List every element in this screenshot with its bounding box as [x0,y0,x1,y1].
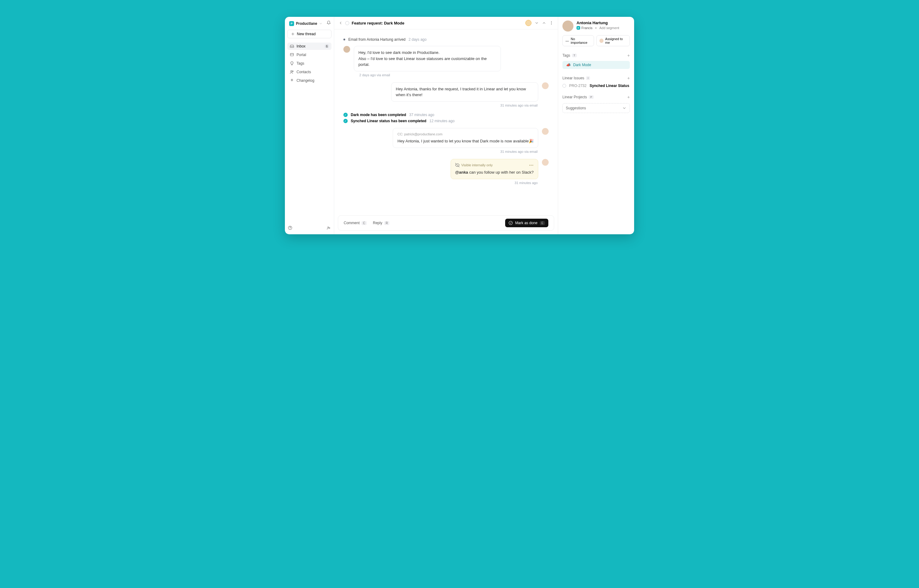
section-label: Linear Issues [562,76,584,80]
inbox-icon [290,44,294,48]
avatar-icon [599,39,604,43]
cc-line: CC: patrick@productlane.com [397,132,534,137]
bulb-icon [290,61,294,66]
bell-icon[interactable] [326,21,331,25]
suggestions-label: Suggestions [566,106,586,110]
company-name: Francis [581,26,593,30]
mark-done-button[interactable]: Mark as done E [505,219,548,227]
message-line: can you follow up with her on Slack? [468,170,534,174]
completion-text: Synched Linear status has been completed [351,119,426,123]
agent-avatar [542,159,549,166]
pill-label: Assigned to me [605,37,627,44]
comment-tab[interactable]: Comment C [344,221,367,225]
check-icon: ✓ [343,119,348,123]
internal-note: Visible internally only ••• @anka can yo… [451,159,538,179]
help-icon[interactable] [288,226,292,230]
agent-avatar [542,128,549,135]
workspace-name: Productlane [296,21,317,26]
status-circle-icon[interactable] [345,21,349,25]
plus-icon: + [595,26,597,30]
contact-name: Antonia Hartung [577,21,619,25]
eye-off-icon [455,163,460,167]
svg-point-10 [551,21,551,22]
internal-badge: Visible internally only [461,163,493,168]
svg-point-13 [509,221,512,225]
new-thread-button[interactable]: New thread [287,30,331,38]
sidebar: P Productlane New thread Inbox 6 Portal … [285,17,334,234]
kbd: T [572,53,577,57]
agent-avatar [542,82,549,89]
svg-point-9 [329,228,330,229]
nav-label: Inbox [297,44,305,48]
tag-chip[interactable]: 📣 Dark Mode [562,61,630,69]
sidebar-item-inbox[interactable]: Inbox 6 [287,42,331,50]
sidebar-item-contacts[interactable]: Contacts [287,68,331,76]
company-chip[interactable]: FFrancis [577,26,593,30]
workspace-logo: P [289,21,294,26]
add-issue-button[interactable]: + [627,76,630,81]
assignee-avatar[interactable] [525,20,531,26]
linear-issue-row[interactable]: PRO-2732 Synched Linear Status [562,84,630,88]
inbox-count: 6 [325,44,329,48]
sidebar-item-changelog[interactable]: Changelog [287,77,331,84]
nav-label: Portal [297,53,306,57]
completion-text: Dark mode has been completed [351,113,406,117]
portal-icon [290,53,294,57]
team-icon[interactable] [326,226,331,230]
minus-icon: — [565,39,569,42]
note-more-icon[interactable]: ••• [529,163,534,168]
assigned-pill[interactable]: Assigned to me [596,35,630,46]
pill-label: No importance [571,37,591,44]
issue-status-icon [562,84,566,87]
tab-label: Reply [373,221,382,225]
svg-rect-2 [291,53,294,56]
thread-title: Feature request: Dark Mode [352,21,404,26]
main-column: Feature request: Dark Mode Email from An… [334,17,558,234]
sidebar-item-tags[interactable]: Tags [287,60,331,67]
message-meta: 2 days ago via email [359,73,549,77]
add-segment[interactable]: Add segment [599,26,619,30]
kbd: P [589,95,594,99]
chevron-down-icon[interactable] [535,21,539,25]
message-meta: 31 minutes ago via email [343,150,538,153]
completion-ts: 37 minutes ago [409,113,434,117]
add-project-button[interactable]: + [627,95,630,100]
message-bubble: Hey, I'd love to see dark mode in Produc… [354,46,501,71]
nav-label: Tags [297,61,304,66]
add-tag-button[interactable]: + [627,53,630,58]
contact-avatar [343,46,350,53]
message-line: Hey Antonia, I just wanted to let you kn… [397,139,534,143]
dot-icon [343,39,345,40]
mention[interactable]: @anka [455,170,468,174]
plus-icon [291,32,295,36]
section-label: Tags [562,53,570,58]
new-thread-label: New thread [297,32,315,36]
message-bubble: Hey Antonia, thanks for the request, I t… [391,82,538,102]
sidebar-item-portal[interactable]: Portal [287,51,331,58]
svg-point-12 [551,24,551,24]
message-bubble: CC: patrick@productlane.com Hey Antonia,… [393,128,538,148]
topbar: Feature request: Dark Mode [334,17,558,29]
reply-tab[interactable]: Reply R [373,221,389,225]
workspace-switcher[interactable]: P Productlane [287,20,331,27]
kbd: C [362,221,367,225]
message-meta: 31 minutes ago [343,181,538,185]
completion-ts: 12 minutes ago [430,119,455,123]
suggestions-dropdown[interactable]: Suggestions [562,103,630,113]
button-label: Mark as done [515,221,538,225]
issue-name: Synched Linear Status [590,84,629,88]
chevron-up-icon[interactable] [542,21,546,25]
svg-point-8 [328,227,329,228]
message-line: Hey Antonia, thanks for the request, I t… [396,87,526,97]
users-icon [290,70,294,74]
issue-id: PRO-2732 [569,84,586,88]
importance-pill[interactable]: — No importance [562,35,594,46]
message-line: Also – I'd love to see that Linear issue… [359,56,496,68]
nav-label: Changelog [297,78,314,83]
megaphone-icon: 📣 [566,63,571,67]
more-icon[interactable] [549,21,554,25]
completion-event: ✓ Synched Linear status has been complet… [343,119,549,123]
tab-label: Comment [344,221,360,225]
svg-point-5 [292,71,294,72]
back-icon[interactable] [339,21,343,25]
